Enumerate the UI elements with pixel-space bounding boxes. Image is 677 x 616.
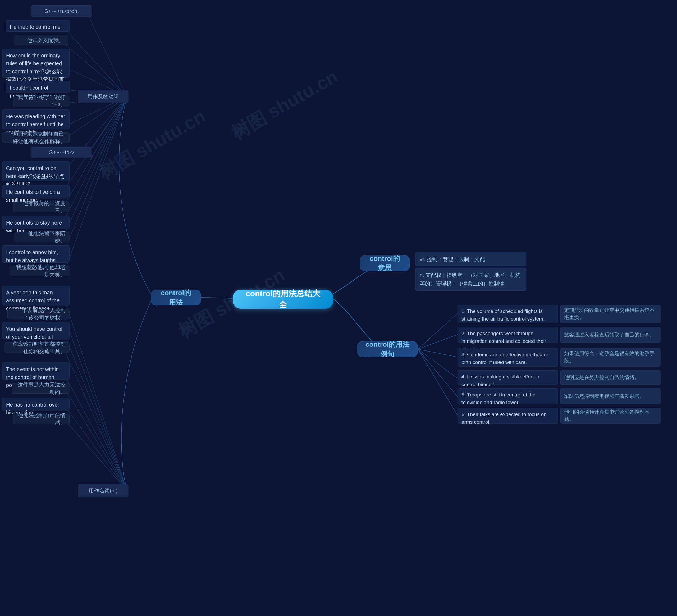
subcat-noun: 用作名词(n.) (78, 484, 128, 497)
sent-1-en-text: 1. The volume of scheduled flights is st… (461, 308, 544, 322)
category-meaning: control的意思 (360, 255, 410, 271)
svg-line-18 (63, 331, 127, 491)
meaning-vt-text: vt. 控制；管理；限制；支配 (420, 255, 485, 263)
vt-ex6-zh: 他靠微薄的工资度日。 (13, 202, 69, 212)
svg-line-26 (418, 349, 457, 357)
noun-ex1-zh-text: 一年以前,这个人控制了该公司的财权。 (11, 307, 65, 321)
sent-3-en-text: 3. Condoms are an effective method of bi… (461, 352, 548, 365)
category-usage: control的用法 (151, 290, 201, 306)
vt-ex4-en: He was pleading with her to control hers… (2, 109, 70, 129)
vt-ex1-zh-text: 他试图支配我。 (27, 37, 64, 44)
svg-line-9 (63, 96, 127, 172)
noun-ex4-zh: 他无法控制自己的情感。 (13, 414, 70, 424)
sent-5-en: 5. Troops are still in control of the te… (457, 388, 558, 404)
vt-ex7-zh: 他想法留下来陪她。 (14, 232, 69, 242)
center-node: control的用法总结大全 (233, 290, 333, 309)
svg-line-12 (63, 96, 127, 222)
svg-line-17 (63, 313, 127, 491)
svg-line-21 (65, 389, 127, 491)
vt-pattern-2: S+～+to-v (31, 146, 92, 158)
sent-5-zh: 军队仍然控制着电视和广播发射塔。 (560, 388, 661, 404)
sent-6-zh: 他们的会谈预计会集中讨论军备控制问题。 (560, 408, 661, 424)
meaning-n: n. 支配权；操纵者；（对国家、地区、机构等的）管理权；（键盘上的）控制键 (415, 268, 526, 291)
sent-3-zh: 如果使用得当，避孕套是很有效的避孕手段。 (560, 348, 661, 366)
sent-2-zh: 旅客通过入境检查后领取了自己的行李。 (560, 327, 661, 343)
noun-ex4-en: He has no control over his emotion. (2, 398, 70, 411)
svg-line-15 (65, 96, 127, 271)
svg-line-24 (418, 313, 457, 349)
sent-5-en-text: 5. Troops are still in control of the te… (461, 392, 536, 405)
svg-line-23 (65, 420, 127, 491)
sent-4-zh: 他明显是在努力控制自己的情绪。 (560, 370, 661, 385)
sent-2-zh-text: 旅客通过入境检查后领取了自己的行李。 (564, 332, 655, 339)
vt-ex5-en: Can you control to be here early?你能想法早点到… (2, 161, 70, 181)
subcat-noun-label: 用作名词(n.) (89, 487, 118, 494)
svg-line-20 (63, 372, 127, 491)
vt-ex4-zh: 他正请求她克制住自己,好让他有机会作解释。 (2, 132, 70, 143)
sent-3-zh-text: 如果使用得当，避孕套是很有效的避孕手段。 (564, 350, 657, 364)
watermark-2: 树图 shutu.cn (227, 64, 343, 146)
noun-ex3-zh-text: 这件事是人力无法控制的。 (16, 381, 65, 396)
svg-line-19 (63, 347, 127, 491)
meaning-vt: vt. 控制；管理；限制；支配 (415, 252, 526, 266)
vt-pattern-1-text: S+～+n./pron. (44, 7, 79, 15)
sent-1-zh: 定期航班的数量正让空中交通指挥系统不堪重负。 (560, 305, 661, 323)
svg-line-16 (63, 295, 127, 491)
sent-1-zh-text: 定期航班的数量正让空中交通指挥系统不堪重负。 (564, 307, 657, 321)
meaning-n-text: n. 支配权；操纵者；（对国家、地区、机构等的）管理权；（键盘上的）控制键 (420, 271, 522, 288)
sent-6-en-text: 6. Their talks are expected to focus on … (461, 411, 547, 425)
svg-line-2 (63, 43, 127, 96)
vt-pattern-2-text: S+～+to-v (49, 148, 74, 156)
vt-ex8-zh-text: 我想惹怒他,可他却老是大笑。 (14, 263, 65, 278)
sent-3-en: 3. Condoms are an effective method of bi… (457, 348, 558, 366)
svg-line-13 (63, 96, 127, 237)
noun-ex3-en: The event is not within the control of h… (2, 362, 70, 380)
vt-ex7-en: He controls to stay here with her. (2, 216, 70, 229)
mind-map: 树图 shutu.cn 树图 shutu.cn 树图 shutu.cn cont… (0, 0, 677, 616)
vt-ex6-en: He controls to live on a small income. (2, 185, 70, 199)
noun-ex2-zh-text: 你应该每时每刻都控制住你的交通工具。 (9, 340, 65, 355)
sent-6-en: 6. Their talks are expected to focus on … (457, 408, 558, 424)
svg-line-28 (418, 349, 457, 397)
svg-line-10 (63, 96, 127, 191)
svg-line-0 (87, 13, 127, 96)
sent-2-en: 2. The passengers went through immigrati… (457, 327, 558, 343)
svg-line-14 (63, 96, 127, 255)
vt-ex3-zh: 我气得不得了，就打了他。 (13, 96, 69, 106)
vt-ex8-en: I control to annoy him, but he always la… (2, 246, 70, 263)
sent-6-zh-text: 他们的会谈预计会集中讨论军备控制问题。 (564, 409, 657, 423)
vt-ex1-zh: 他试图支配我。 (14, 35, 68, 45)
noun-ex2-en: You should have control of your vehicle … (2, 322, 70, 339)
watermark-1: 树图 shutu.cn (94, 104, 210, 185)
center-label: control的用法总结大全 (242, 288, 324, 310)
subcat-vt-label: 用作及物动词 (87, 93, 119, 100)
category-usage-label: control的用法 (159, 288, 193, 307)
category-examples-label: control的用法例句 (365, 340, 410, 359)
vt-ex1-en-text: He tried to control me. (10, 24, 62, 30)
vt-ex7-zh-text: 他想法留下来陪她。 (18, 230, 65, 245)
vt-ex3-en: I couldn't control myself, and I hit him… (6, 81, 70, 93)
sent-1-en: 1. The volume of scheduled flights is st… (457, 305, 558, 323)
vt-ex1-en: He tried to control me. (6, 20, 70, 32)
vt-ex8-en-text: I control to annoy him, but he always la… (6, 250, 58, 263)
noun-ex2-zh: 你应该每时每刻都控制住你的交通工具。 (5, 342, 70, 353)
svg-line-1 (64, 28, 127, 96)
noun-ex4-zh-text: 他无法控制自己的情感。 (17, 411, 65, 426)
subcat-vt: 用作及物动词 (78, 90, 128, 103)
svg-line-29 (418, 349, 457, 415)
svg-line-22 (63, 404, 127, 491)
vt-pattern-1: S+～+n./pron. (31, 5, 92, 17)
vt-ex2-en: How could the ordinary rules of life be … (2, 49, 70, 78)
noun-ex3-zh: 这件事是人力无法控制的。 (12, 383, 69, 394)
sent-4-en-text: 4. He was making a visible effort to con… (461, 374, 539, 387)
vt-ex6-zh-text: 他靠微薄的工资度日。 (17, 200, 65, 214)
sent-4-zh-text: 他明显是在努力控制自己的情绪。 (564, 374, 639, 381)
category-examples: control的用法例句 (357, 341, 418, 357)
vt-ex5-en-text: Can you control to be here early?你能想法早点到… (6, 165, 64, 187)
sent-5-zh-text: 军队仍然控制着电视和广播发射塔。 (564, 393, 644, 400)
svg-line-8 (87, 96, 127, 155)
vt-ex3-zh-text: 我气得不得了，就打了他。 (17, 94, 65, 108)
category-meaning-label: control的意思 (367, 254, 402, 273)
sent-4-en: 4. He was making a visible effort to con… (457, 370, 558, 385)
noun-ex1-zh: 一年以前,这个人控制了该公司的财权。 (7, 309, 70, 319)
